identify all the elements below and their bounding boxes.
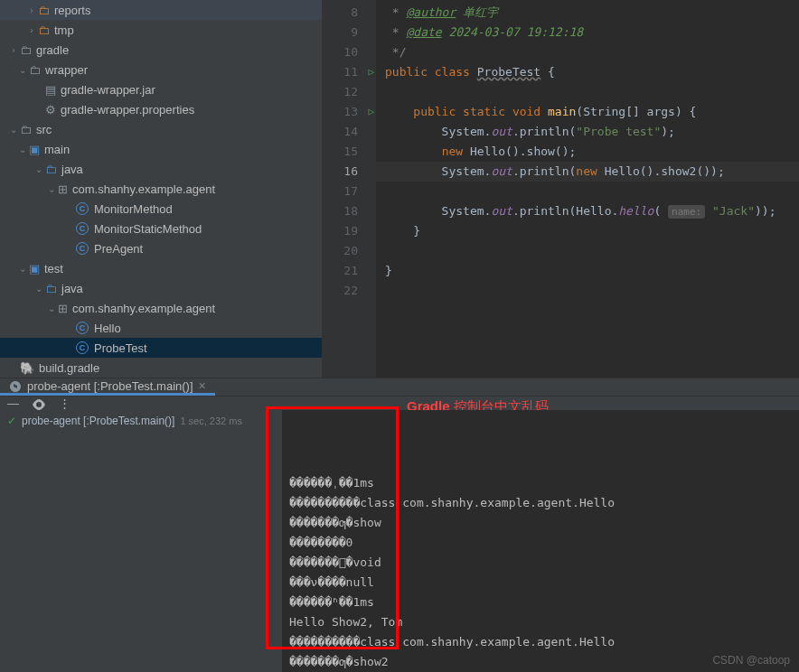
run-icon[interactable]: ▷ — [368, 62, 374, 82]
tree-row[interactable]: ⌄🗀java — [0, 159, 322, 179]
line-number[interactable]: 8 — [322, 3, 376, 23]
run-tab[interactable]: probe-agent [:ProbeTest.main()] × — [0, 378, 215, 396]
tree-row[interactable]: ›🗀gradle — [0, 40, 322, 60]
tree-label: main — [44, 143, 70, 156]
folder-icon: 🗀 — [45, 163, 57, 176]
tree-row[interactable]: ⌄🗀src — [0, 119, 322, 139]
tree-row[interactable]: CPreAgent — [0, 238, 322, 258]
watermark: CSDN @catoop — [712, 654, 790, 667]
tree-row[interactable]: ⌄🗀wrapper — [0, 60, 322, 79]
tree-row[interactable]: ⚙gradle-wrapper.properties — [0, 99, 322, 119]
tree-row[interactable]: 🐘build.gradle — [0, 358, 322, 378]
tree-label: com.shanhy.example.agent — [72, 182, 215, 196]
gradle-icon: 🐘 — [20, 361, 34, 375]
tree-row[interactable]: ›🗀tmp — [0, 20, 322, 40]
console-line: Hello Show2, Tom — [289, 612, 792, 632]
code-editor[interactable]: 891011▷1213▷141516171819202122 * @author… — [322, 0, 799, 378]
console-output[interactable]: ������ˌ��1ms����������class com.shanhy.e… — [282, 410, 799, 672]
chevron-icon[interactable]: › — [25, 25, 38, 35]
code-line[interactable] — [376, 82, 799, 102]
tree-row[interactable]: ›🗀reports — [0, 0, 322, 20]
line-number[interactable]: 15 — [322, 142, 376, 162]
tree-row[interactable]: CMonitorStaticMethod — [0, 219, 322, 238]
chevron-icon[interactable]: ⌄ — [16, 65, 29, 75]
code-line[interactable]: * @author 单红宇 — [376, 3, 799, 23]
folder-icon: 🗀 — [20, 123, 32, 136]
line-number[interactable]: 16 — [322, 162, 376, 182]
task-duration: 1 sec, 232 ms — [180, 415, 241, 426]
code-line[interactable]: System.out.println(Hello.hello( name: "J… — [376, 201, 799, 221]
eye-icon[interactable] — [32, 397, 46, 410]
folder-icon: 🗀 — [38, 4, 50, 17]
chevron-icon[interactable]: › — [7, 45, 20, 55]
line-number[interactable]: 13▷ — [322, 102, 376, 122]
minus-icon[interactable]: — — [7, 397, 19, 410]
tree-label: wrapper — [45, 63, 88, 77]
tree-row[interactable]: ⌄🗀java — [0, 278, 322, 298]
file-icon: ▤ — [45, 83, 56, 97]
console-line: ����������class com.shanhy.example.agent… — [289, 632, 792, 652]
tree-label: MonitorMethod — [94, 202, 173, 216]
project-tree[interactable]: ›🗀reports›🗀tmp›🗀gradle⌄🗀wrapper▤gradle-w… — [0, 0, 322, 378]
console-toolbar: — ⋮ — [0, 396, 799, 410]
console-panel: ✓ probe-agent [:ProbeTest.main()] 1 sec,… — [0, 410, 799, 672]
tree-label: java — [61, 163, 83, 176]
code-line[interactable]: */ — [376, 42, 799, 62]
code-line[interactable]: new Hello().show(); — [376, 142, 799, 162]
code-line[interactable]: } — [376, 261, 799, 281]
tab-label: probe-agent [:ProbeTest.main()] — [27, 379, 193, 393]
tree-row[interactable]: ⌄⊞com.shanhy.example.agent — [0, 179, 322, 199]
code-line[interactable]: public class ProbeTest { — [376, 62, 799, 82]
run-icon[interactable]: ▷ — [368, 102, 374, 122]
tree-row[interactable]: ⌄▣main — [0, 139, 322, 159]
class-icon: C — [76, 341, 89, 354]
line-number[interactable]: 20 — [322, 241, 376, 261]
tree-label: src — [36, 123, 52, 136]
tree-label: com.shanhy.example.agent — [72, 302, 215, 315]
chevron-icon[interactable]: ⌄ — [45, 303, 58, 313]
code-line[interactable]: public static void main(String[] args) { — [376, 102, 799, 122]
code-line[interactable] — [376, 241, 799, 261]
package-icon: ⊞ — [58, 302, 68, 315]
code-line[interactable] — [376, 281, 799, 301]
line-number[interactable]: 11▷ — [322, 62, 376, 82]
chevron-icon[interactable]: ⌄ — [7, 125, 20, 135]
tree-row[interactable]: ▤gradle-wrapper.jar — [0, 79, 322, 99]
close-icon[interactable]: × — [199, 378, 206, 393]
tree-row[interactable]: CMonitorMethod — [0, 199, 322, 219]
code-line[interactable]: } — [376, 221, 799, 241]
code-line[interactable] — [376, 182, 799, 201]
line-number[interactable]: 21 — [322, 261, 376, 281]
tree-row[interactable]: ⌄▣test — [0, 258, 322, 278]
line-number[interactable]: 22 — [322, 281, 376, 301]
line-number[interactable]: 14 — [322, 122, 376, 142]
code-line[interactable]: * @date 2024-03-07 19:12:18 — [376, 23, 799, 42]
line-number[interactable]: 18 — [322, 201, 376, 221]
tree-row[interactable]: CProbeTest — [0, 338, 322, 358]
code-line[interactable]: System.out.println("Probe test"); — [376, 122, 799, 142]
package-icon: ⊞ — [58, 182, 68, 196]
line-number[interactable]: 10 — [322, 42, 376, 62]
chevron-icon[interactable]: › — [25, 5, 38, 15]
tree-label: java — [61, 282, 83, 295]
line-number[interactable]: 12 — [322, 82, 376, 102]
tree-row[interactable]: ⌄⊞com.shanhy.example.agent — [0, 298, 322, 318]
chevron-icon[interactable]: ⌄ — [33, 284, 45, 294]
tree-label: gradle-wrapper.properties — [61, 103, 194, 117]
gear-icon: ⚙ — [45, 103, 56, 117]
console-line: �������ͣ�void — [289, 553, 792, 573]
code-line[interactable]: System.out.println(new Hello().show2()); — [376, 162, 799, 182]
line-number[interactable]: 17 — [322, 182, 376, 201]
line-number[interactable]: 19 — [322, 221, 376, 241]
class-icon: C — [76, 322, 89, 334]
line-number[interactable]: 9 — [322, 23, 376, 42]
chevron-icon[interactable]: ⌄ — [33, 164, 45, 174]
chevron-icon[interactable]: ⌄ — [16, 264, 29, 274]
tree-row[interactable]: CHello — [0, 318, 322, 338]
chevron-icon[interactable]: ⌄ — [16, 145, 29, 154]
module-icon: ▣ — [29, 143, 40, 156]
task-tree[interactable]: ✓ probe-agent [:ProbeTest.main()] 1 sec,… — [0, 410, 282, 672]
more-icon[interactable]: ⋮ — [59, 397, 70, 410]
chevron-icon[interactable]: ⌄ — [45, 184, 58, 194]
task-row[interactable]: ✓ probe-agent [:ProbeTest.main()] 1 sec,… — [7, 415, 275, 427]
